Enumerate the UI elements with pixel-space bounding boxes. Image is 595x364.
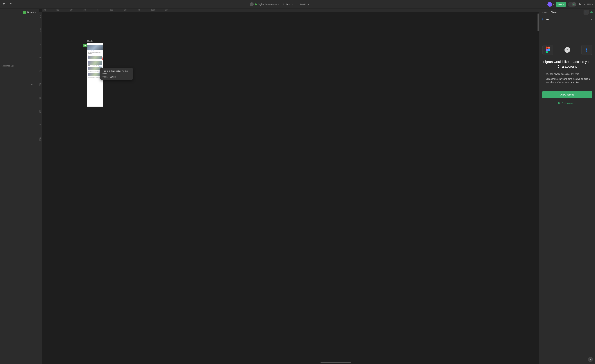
ruler-tick: 750 [39, 97, 41, 100]
design-mode-label[interactable]: Design [28, 11, 34, 13]
close-icon[interactable] [591, 18, 593, 21]
dev-ready-badge-icon[interactable] [83, 44, 87, 47]
annotation-prop-key: Width [102, 76, 107, 78]
ruler-tick: -750 [56, 9, 69, 12]
ruler-tick: 750 [137, 9, 151, 12]
visibility-icon[interactable] [590, 11, 593, 14]
svg-point-6 [548, 49, 550, 51]
ruler-tick: -250 [83, 9, 96, 12]
mock-city-desc: Ghent is a city and a municipality in th… [88, 66, 102, 66]
version-timestamp: 5 minutes ago [0, 64, 39, 68]
menu-icon: ≡ [88, 43, 88, 44]
present-button[interactable] [578, 2, 582, 7]
svg-point-7 [546, 51, 548, 53]
left-panel-header: Design [0, 9, 39, 16]
hero-image [87, 45, 103, 50]
code-icon [572, 2, 576, 6]
mock-image [88, 67, 102, 70]
annotation-tooltip: This is a default state for the page Wid… [100, 68, 133, 80]
ruler-tick: 1000 [39, 110, 41, 114]
svg-point-4 [548, 47, 550, 49]
user-avatar[interactable]: T [547, 2, 554, 7]
deny-access-link[interactable]: Don't allow access [542, 102, 592, 104]
canvas[interactable]: -1000 -750 -500 -250 0 250 500 750 1000 … [39, 9, 539, 364]
svg-rect-0 [3, 3, 5, 5]
ruler-horizontal: -1000 -750 -500 -250 0 250 500 750 1000 … [42, 9, 539, 12]
svg-point-5 [546, 49, 548, 51]
left-panel: Design 5 minutes ago ••• [0, 9, 39, 364]
panel-toggle-icon[interactable] [2, 2, 6, 7]
mock-image [88, 73, 102, 76]
breadcrumb-separator: / [283, 3, 284, 6]
mock-logo: FedEx [88, 54, 102, 54]
allow-access-button[interactable]: Allow access [542, 91, 592, 98]
chevron-down-icon[interactable] [584, 4, 585, 5]
ruler-tick: 1250 [164, 9, 178, 12]
jira-plugin-icon[interactable] [584, 10, 589, 14]
tab-inspect[interactable]: Inspect [542, 11, 548, 13]
consent-bullet: Collaborators in your Figma files will b… [545, 77, 592, 84]
comments-icon[interactable] [9, 2, 13, 7]
team-avatar[interactable]: C [250, 2, 254, 6]
more-icon[interactable]: ••• [0, 83, 39, 87]
ruler-tick: 1500 [39, 137, 41, 141]
ruler-tick: -750 [39, 15, 41, 18]
status-dot-icon [255, 3, 257, 5]
ruler-tick: 250 [110, 9, 124, 12]
mock-city-desc: Bruges, the capital of West Flanders in … [88, 71, 102, 72]
plugin-header: Jira [539, 16, 595, 23]
ruler-tick: -250 [39, 42, 41, 45]
mock-city-desc: Unassuming Brussels is the capital of Be… [88, 60, 102, 61]
page-name[interactable]: Test [286, 3, 290, 6]
star-icon: ☆ [102, 43, 102, 44]
consent-bullets: You can revoke access at any time Collab… [542, 72, 592, 84]
mock-body: Belgium is a country that's seen its sha… [88, 52, 102, 54]
dev-mode-toggle[interactable] [568, 2, 576, 7]
chevron-down-icon[interactable] [292, 4, 294, 5]
ruler-tick: -500 [39, 28, 41, 31]
zoom-level[interactable]: 27% [587, 3, 593, 5]
ruler-tick: 500 [124, 9, 137, 12]
tab-plugins[interactable]: Plugins [551, 11, 558, 13]
file-name[interactable]: Digital Enhancement… [258, 3, 281, 6]
right-panel: Inspect Plugins Jira [539, 9, 595, 364]
mock-read-more: Read more [88, 78, 102, 79]
svg-point-3 [546, 47, 548, 49]
help-button[interactable]: ? [588, 357, 593, 362]
user-avatar-initial: T [547, 2, 552, 7]
annotation-text: This is a default state for the page [102, 70, 131, 74]
annotation-prop-value: 320px [110, 76, 115, 78]
chevron-down-icon[interactable] [35, 11, 36, 13]
ruler-tick: 0 [96, 9, 110, 12]
svg-point-2 [591, 12, 592, 12]
ruler-tick: 1250 [39, 124, 41, 127]
ruler-tick: -1000 [42, 9, 56, 12]
top-bar: C Digital Enhancement… / Test Dev Mode T… [0, 0, 595, 9]
chevron-down-icon [592, 4, 593, 5]
chevron-down-icon [553, 4, 554, 5]
right-panel-tabs: Inspect Plugins [539, 9, 595, 16]
frame-label[interactable]: Mobile [87, 40, 103, 42]
dev-mode-label[interactable]: Dev Mode [298, 2, 311, 6]
dots-icon: ···· [573, 49, 578, 51]
unknown-app-icon: ? [565, 47, 570, 53]
ruler-tick: 250 [39, 70, 41, 72]
ruler-tick: 1000 [151, 9, 164, 12]
mock-image [88, 56, 102, 59]
consent-bullet: You can revoke access at any time [545, 72, 592, 76]
share-button[interactable]: Share [556, 2, 566, 7]
code-icon [23, 11, 26, 14]
ruler-tick: 0 [39, 57, 41, 58]
mock-image [88, 61, 102, 65]
consent-heading: Figma would like to access your Jira acc… [542, 59, 592, 69]
ruler-vertical: -750 -500 -250 0 250 500 750 1000 1250 1… [39, 12, 42, 364]
breadcrumb: C Digital Enhancement… / Test Dev Mode [15, 2, 545, 6]
mock-city-desc: Antwerp is a city and a municipality in … [88, 77, 102, 78]
figma-logo-icon [542, 45, 553, 55]
jira-logo-icon [581, 45, 592, 55]
annotation-count-badge[interactable]: 17 [102, 57, 103, 60]
scrollbar-vertical[interactable] [538, 13, 538, 31]
plugin-title: Jira [545, 18, 549, 21]
scrollbar-horizontal[interactable] [320, 362, 351, 363]
zoom-value: 27% [587, 3, 591, 5]
